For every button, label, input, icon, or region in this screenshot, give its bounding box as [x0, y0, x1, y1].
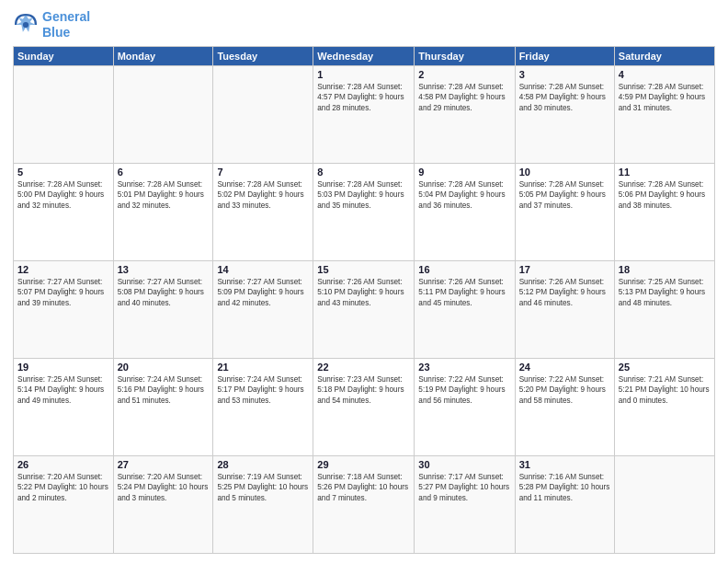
day-detail: Sunrise: 7:28 AM Sunset: 5:04 PM Dayligh…	[418, 179, 510, 211]
day-cell: 30Sunrise: 7:17 AM Sunset: 5:27 PM Dayli…	[415, 455, 515, 553]
day-detail: Sunrise: 7:28 AM Sunset: 4:58 PM Dayligh…	[519, 82, 610, 113]
day-number: 3	[519, 69, 610, 80]
day-number: 18	[619, 264, 711, 275]
day-detail: Sunrise: 7:24 AM Sunset: 5:16 PM Dayligh…	[118, 374, 210, 406]
day-number: 11	[619, 167, 711, 178]
week-row-5: 26Sunrise: 7:20 AM Sunset: 5:22 PM Dayli…	[14, 455, 715, 553]
day-number: 13	[118, 264, 210, 275]
logo-text: General Blue	[42, 9, 90, 40]
day-detail: Sunrise: 7:20 AM Sunset: 5:22 PM Dayligh…	[17, 472, 109, 503]
day-number: 5	[17, 167, 109, 178]
day-detail: Sunrise: 7:25 AM Sunset: 5:14 PM Dayligh…	[17, 374, 109, 406]
day-number: 20	[118, 362, 210, 373]
day-detail: Sunrise: 7:21 AM Sunset: 5:21 PM Dayligh…	[619, 374, 711, 406]
day-cell	[213, 65, 313, 163]
day-cell	[614, 455, 714, 553]
day-cell: 1Sunrise: 7:28 AM Sunset: 4:57 PM Daylig…	[313, 65, 415, 163]
weekday-header-row: SundayMondayTuesdayWednesdayThursdayFrid…	[14, 46, 715, 65]
day-cell: 2Sunrise: 7:28 AM Sunset: 4:58 PM Daylig…	[415, 65, 515, 163]
day-cell: 21Sunrise: 7:24 AM Sunset: 5:17 PM Dayli…	[213, 358, 313, 455]
day-detail: Sunrise: 7:27 AM Sunset: 5:08 PM Dayligh…	[118, 277, 210, 308]
day-number: 4	[619, 69, 711, 80]
calendar-page: General Blue SundayMondayTuesdayWednesda…	[0, 0, 728, 563]
day-detail: Sunrise: 7:24 AM Sunset: 5:17 PM Dayligh…	[217, 374, 309, 406]
day-number: 29	[317, 459, 410, 470]
weekday-header-saturday: Saturday	[614, 46, 714, 65]
day-detail: Sunrise: 7:22 AM Sunset: 5:19 PM Dayligh…	[418, 374, 510, 406]
weekday-header-wednesday: Wednesday	[313, 46, 415, 65]
day-number: 30	[418, 459, 510, 470]
day-number: 9	[418, 167, 510, 178]
day-cell: 4Sunrise: 7:28 AM Sunset: 4:59 PM Daylig…	[614, 65, 714, 163]
day-detail: Sunrise: 7:27 AM Sunset: 5:07 PM Dayligh…	[17, 277, 109, 308]
day-cell: 28Sunrise: 7:19 AM Sunset: 5:25 PM Dayli…	[213, 455, 313, 553]
day-cell: 31Sunrise: 7:16 AM Sunset: 5:28 PM Dayli…	[515, 455, 614, 553]
day-number: 19	[17, 362, 109, 373]
day-cell: 19Sunrise: 7:25 AM Sunset: 5:14 PM Dayli…	[14, 358, 114, 455]
day-detail: Sunrise: 7:18 AM Sunset: 5:26 PM Dayligh…	[317, 472, 410, 503]
weekday-header-thursday: Thursday	[415, 46, 515, 65]
day-cell: 20Sunrise: 7:24 AM Sunset: 5:16 PM Dayli…	[113, 358, 213, 455]
day-number: 2	[418, 69, 510, 80]
day-cell: 25Sunrise: 7:21 AM Sunset: 5:21 PM Dayli…	[614, 358, 714, 455]
header: General Blue	[13, 9, 715, 40]
weekday-header-friday: Friday	[515, 46, 614, 65]
day-detail: Sunrise: 7:17 AM Sunset: 5:27 PM Dayligh…	[418, 472, 510, 503]
day-cell: 8Sunrise: 7:28 AM Sunset: 5:03 PM Daylig…	[313, 163, 415, 260]
day-cell: 22Sunrise: 7:23 AM Sunset: 5:18 PM Dayli…	[313, 358, 415, 455]
day-detail: Sunrise: 7:19 AM Sunset: 5:25 PM Dayligh…	[217, 472, 309, 503]
day-cell: 18Sunrise: 7:25 AM Sunset: 5:13 PM Dayli…	[614, 260, 714, 358]
day-number: 24	[519, 362, 610, 373]
day-cell: 11Sunrise: 7:28 AM Sunset: 5:06 PM Dayli…	[614, 163, 714, 260]
day-cell: 9Sunrise: 7:28 AM Sunset: 5:04 PM Daylig…	[415, 163, 515, 260]
day-detail: Sunrise: 7:16 AM Sunset: 5:28 PM Dayligh…	[519, 472, 610, 503]
day-number: 15	[317, 264, 410, 275]
day-detail: Sunrise: 7:23 AM Sunset: 5:18 PM Dayligh…	[317, 374, 410, 406]
day-cell: 5Sunrise: 7:28 AM Sunset: 5:00 PM Daylig…	[14, 163, 114, 260]
logo: General Blue	[13, 9, 90, 40]
day-detail: Sunrise: 7:26 AM Sunset: 5:11 PM Dayligh…	[418, 277, 510, 308]
day-number: 17	[519, 264, 610, 275]
day-number: 6	[118, 167, 210, 178]
week-row-4: 19Sunrise: 7:25 AM Sunset: 5:14 PM Dayli…	[14, 358, 715, 455]
day-detail: Sunrise: 7:26 AM Sunset: 5:12 PM Dayligh…	[519, 277, 610, 308]
week-row-3: 12Sunrise: 7:27 AM Sunset: 5:07 PM Dayli…	[14, 260, 715, 358]
day-detail: Sunrise: 7:28 AM Sunset: 5:06 PM Dayligh…	[619, 179, 711, 211]
day-detail: Sunrise: 7:28 AM Sunset: 4:58 PM Dayligh…	[418, 82, 510, 113]
day-cell: 26Sunrise: 7:20 AM Sunset: 5:22 PM Dayli…	[14, 455, 114, 553]
day-number: 21	[217, 362, 309, 373]
day-cell: 7Sunrise: 7:28 AM Sunset: 5:02 PM Daylig…	[213, 163, 313, 260]
day-detail: Sunrise: 7:22 AM Sunset: 5:20 PM Dayligh…	[519, 374, 610, 406]
day-number: 12	[17, 264, 109, 275]
day-number: 31	[519, 459, 610, 470]
day-cell: 23Sunrise: 7:22 AM Sunset: 5:19 PM Dayli…	[415, 358, 515, 455]
logo-icon	[13, 12, 39, 38]
calendar-body: 1Sunrise: 7:28 AM Sunset: 4:57 PM Daylig…	[14, 65, 715, 553]
day-detail: Sunrise: 7:28 AM Sunset: 5:02 PM Dayligh…	[217, 179, 309, 211]
day-number: 25	[619, 362, 711, 373]
day-cell: 24Sunrise: 7:22 AM Sunset: 5:20 PM Dayli…	[515, 358, 614, 455]
calendar-header: SundayMondayTuesdayWednesdayThursdayFrid…	[14, 46, 715, 65]
day-number: 14	[217, 264, 309, 275]
day-number: 23	[418, 362, 510, 373]
day-cell: 27Sunrise: 7:20 AM Sunset: 5:24 PM Dayli…	[113, 455, 213, 553]
day-number: 28	[217, 459, 309, 470]
day-number: 27	[118, 459, 210, 470]
weekday-header-monday: Monday	[113, 46, 213, 65]
day-detail: Sunrise: 7:27 AM Sunset: 5:09 PM Dayligh…	[217, 277, 309, 308]
day-cell: 29Sunrise: 7:18 AM Sunset: 5:26 PM Dayli…	[313, 455, 415, 553]
day-detail: Sunrise: 7:28 AM Sunset: 5:01 PM Dayligh…	[118, 179, 210, 211]
day-detail: Sunrise: 7:28 AM Sunset: 5:05 PM Dayligh…	[519, 179, 610, 211]
day-number: 16	[418, 264, 510, 275]
day-cell: 13Sunrise: 7:27 AM Sunset: 5:08 PM Dayli…	[113, 260, 213, 358]
day-cell: 16Sunrise: 7:26 AM Sunset: 5:11 PM Dayli…	[415, 260, 515, 358]
day-detail: Sunrise: 7:20 AM Sunset: 5:24 PM Dayligh…	[118, 472, 210, 503]
day-cell: 17Sunrise: 7:26 AM Sunset: 5:12 PM Dayli…	[515, 260, 614, 358]
day-cell: 14Sunrise: 7:27 AM Sunset: 5:09 PM Dayli…	[213, 260, 313, 358]
day-detail: Sunrise: 7:25 AM Sunset: 5:13 PM Dayligh…	[619, 277, 711, 308]
day-cell: 10Sunrise: 7:28 AM Sunset: 5:05 PM Dayli…	[515, 163, 614, 260]
day-number: 26	[17, 459, 109, 470]
day-cell: 15Sunrise: 7:26 AM Sunset: 5:10 PM Dayli…	[313, 260, 415, 358]
day-detail: Sunrise: 7:28 AM Sunset: 4:59 PM Dayligh…	[619, 82, 711, 113]
weekday-header-tuesday: Tuesday	[213, 46, 313, 65]
